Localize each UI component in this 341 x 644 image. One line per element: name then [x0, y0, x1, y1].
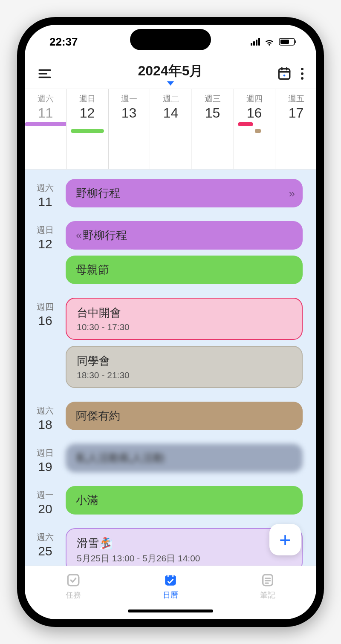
- agenda-day-num: 11: [25, 195, 66, 209]
- nav-notes[interactable]: 筆記: [260, 572, 275, 600]
- week-day[interactable]: 週二14: [150, 89, 192, 169]
- agenda-day-dow: 週六: [25, 182, 66, 194]
- battery-icon: [279, 38, 295, 46]
- event-card[interactable]: 私人活動私人活動: [66, 444, 303, 472]
- agenda-day-dow: 週日: [25, 447, 66, 459]
- continue-left-icon: «: [76, 229, 80, 242]
- event-card[interactable]: «野柳行程: [66, 221, 303, 250]
- day-number: 15: [192, 105, 233, 121]
- agenda-day-dow: 週六: [25, 532, 66, 543]
- week-day[interactable]: 週六11: [25, 89, 66, 169]
- event-card[interactable]: 阿傑有約: [66, 402, 303, 430]
- event-title: 滑雪🏂: [77, 536, 113, 551]
- continue-right-icon: »: [289, 187, 293, 200]
- agenda-day: 週四16台中開會10:30 - 17:30同學會18:30 - 21:30: [25, 298, 308, 394]
- agenda-day: 週一20小滿: [25, 486, 308, 520]
- agenda-day: 週日19私人活動私人活動: [25, 444, 308, 478]
- event-time: 5月25日 13:00 - 5月26日 14:00: [77, 552, 292, 564]
- nav-tasks[interactable]: 任務: [66, 572, 81, 600]
- event-card[interactable]: 滑雪🏂5月25日 13:00 - 5月26日 14:00: [66, 528, 303, 566]
- agenda-day-dow: 週六: [25, 405, 66, 417]
- app-header: 2024年5月: [25, 59, 316, 89]
- day-number: 12: [66, 105, 108, 121]
- more-icon[interactable]: [301, 68, 303, 80]
- agenda-day-num: 20: [25, 502, 66, 516]
- week-day[interactable]: 週一13: [108, 89, 150, 169]
- event-title: 阿傑有約: [76, 408, 120, 423]
- event-title: 小滿: [76, 493, 98, 508]
- event-title: 台中開會: [77, 305, 121, 320]
- home-indicator[interactable]: [128, 610, 213, 612]
- svg-rect-4: [165, 575, 176, 579]
- event-title: 母親節: [76, 262, 109, 277]
- weekday-label: 週六: [25, 93, 66, 104]
- weekday-label: 週三: [192, 93, 233, 104]
- agenda-day-dow: 週一: [25, 489, 66, 501]
- notes-icon: [260, 572, 275, 588]
- event-card[interactable]: 台中開會10:30 - 17:30: [66, 298, 303, 340]
- agenda-list[interactable]: 週六11野柳行程»週日12«野柳行程母親節週四16台中開會10:30 - 17:…: [25, 170, 316, 566]
- svg-rect-0: [279, 69, 290, 79]
- wifi-icon: [264, 38, 275, 46]
- event-card[interactable]: 小滿: [66, 486, 303, 515]
- event-title: 野柳行程: [83, 228, 127, 243]
- week-day[interactable]: 週五17: [275, 89, 316, 169]
- agenda-day-num: 16: [25, 313, 66, 328]
- month-selector[interactable]: 2024年5月: [138, 62, 203, 86]
- svg-point-1: [283, 75, 286, 77]
- agenda-day-dow: 週日: [25, 224, 66, 236]
- status-time: 22:37: [49, 35, 78, 49]
- weekday-label: 週二: [150, 93, 191, 104]
- event-title: 野柳行程: [76, 186, 120, 201]
- add-event-button[interactable]: +: [269, 524, 301, 555]
- nav-calendar[interactable]: 日曆: [163, 572, 178, 600]
- menu-icon[interactable]: [38, 66, 52, 81]
- week-strip[interactable]: 週六11週日12週一13週二14週三15週四16週五17: [25, 89, 316, 170]
- calendar-icon[interactable]: [277, 66, 292, 81]
- agenda-day: 週六11野柳行程»: [25, 179, 308, 213]
- agenda-day-dow: 週四: [25, 301, 66, 313]
- day-number: 13: [108, 105, 150, 121]
- event-card[interactable]: 母親節: [66, 256, 303, 284]
- weekday-label: 週四: [234, 93, 275, 104]
- day-number: 17: [275, 105, 316, 121]
- tasks-icon: [66, 572, 81, 588]
- weekday-label: 週五: [275, 93, 316, 104]
- week-day[interactable]: 週三15: [192, 89, 234, 169]
- agenda-day: 週六18阿傑有約: [25, 402, 308, 436]
- calendar-nav-icon: [163, 572, 178, 588]
- event-card[interactable]: 同學會18:30 - 21:30: [66, 346, 303, 388]
- weekday-label: 週一: [108, 93, 150, 104]
- agenda-day-num: 25: [25, 544, 66, 558]
- event-time: 18:30 - 21:30: [77, 370, 292, 380]
- day-number: 16: [234, 105, 275, 121]
- agenda-day-num: 12: [25, 237, 66, 251]
- event-card[interactable]: 野柳行程»: [66, 179, 303, 207]
- agenda-day-num: 19: [25, 460, 66, 474]
- page-title: 2024年5月: [138, 62, 203, 80]
- agenda-day: 週日12«野柳行程母親節: [25, 221, 308, 290]
- event-title: 同學會: [77, 354, 110, 368]
- cellular-icon: [251, 38, 260, 46]
- chevron-down-icon: [167, 81, 174, 86]
- week-day[interactable]: 週日12: [66, 89, 108, 169]
- day-number: 11: [25, 105, 66, 121]
- week-day[interactable]: 週四16: [234, 89, 275, 169]
- agenda-day: 週六25滑雪🏂5月25日 13:00 - 5月26日 14:00: [25, 528, 308, 566]
- event-time: 10:30 - 17:30: [77, 322, 292, 332]
- weekday-label: 週日: [66, 93, 108, 104]
- event-title: 私人活動私人活動: [76, 451, 165, 466]
- agenda-day-num: 18: [25, 417, 66, 432]
- day-number: 14: [150, 105, 191, 121]
